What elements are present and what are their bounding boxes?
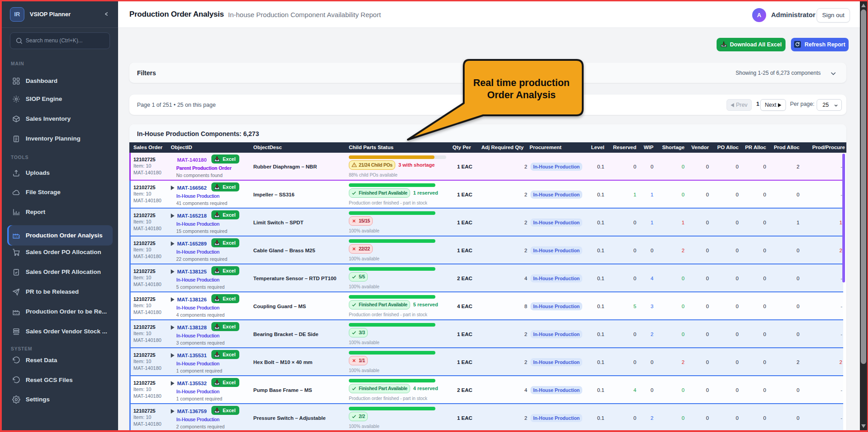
svg-text:Real time production: Real time production [473, 77, 570, 88]
svg-text:Order Analysis: Order Analysis [487, 90, 556, 100]
